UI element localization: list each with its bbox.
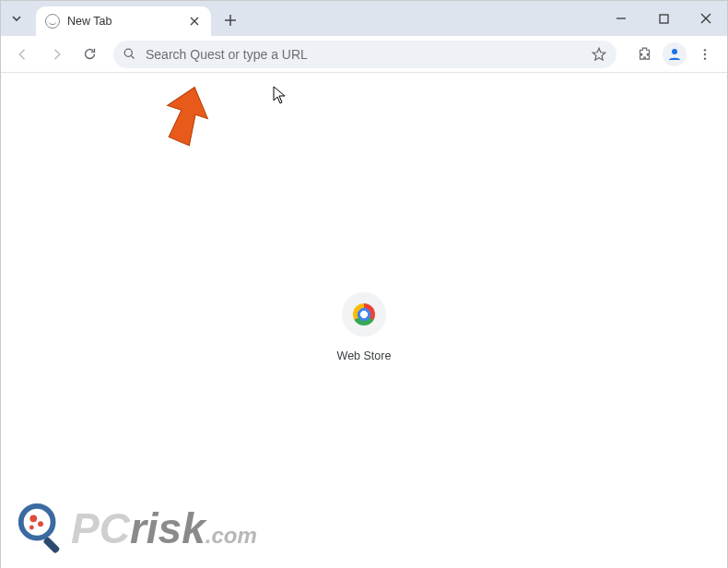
- reload-icon: [82, 46, 98, 62]
- svg-point-4: [704, 53, 706, 54]
- svg-rect-0: [660, 15, 668, 23]
- watermark: PCrisk.com: [14, 501, 347, 556]
- browser-window: New Tab: [0, 0, 728, 568]
- tab-close-button[interactable]: [187, 14, 202, 29]
- nav-forward-button[interactable]: [41, 40, 71, 69]
- profile-icon: [666, 46, 683, 63]
- omnibox-input[interactable]: [146, 47, 581, 62]
- chrome-logo-icon: [353, 303, 375, 325]
- plus-icon: [224, 14, 237, 27]
- minimize-icon: [616, 13, 627, 24]
- close-icon: [700, 13, 711, 24]
- magnifier-icon: [14, 501, 69, 556]
- new-tab-button[interactable]: [217, 6, 244, 34]
- svg-point-5: [704, 57, 706, 59]
- svg-point-1: [124, 49, 132, 56]
- svg-point-9: [38, 521, 43, 527]
- reload-button[interactable]: [75, 40, 104, 69]
- bookmark-button[interactable]: [591, 46, 607, 63]
- maximize-icon: [659, 14, 669, 24]
- address-bar[interactable]: [113, 41, 616, 68]
- watermark-tld: .com: [205, 523, 257, 548]
- search-icon: [123, 47, 136, 61]
- svg-rect-7: [42, 537, 60, 554]
- minimize-button[interactable]: [600, 1, 642, 36]
- tab-title: New Tab: [67, 15, 112, 28]
- toolbar-actions: [629, 40, 720, 69]
- toolbar: [1, 36, 727, 73]
- arrow-right-icon: [48, 46, 65, 63]
- tab-search-dropdown[interactable]: [1, 1, 32, 36]
- watermark-pc: PC: [71, 504, 131, 552]
- svg-point-8: [29, 515, 37, 522]
- shortcut-label: Web Store: [313, 349, 415, 362]
- menu-button[interactable]: [690, 40, 720, 69]
- extensions-icon: [637, 46, 652, 62]
- shortcut-tile: [342, 292, 386, 337]
- nav-back-button[interactable]: [8, 40, 38, 69]
- chevron-down-icon: [11, 13, 22, 24]
- maximize-button[interactable]: [642, 1, 685, 36]
- watermark-text: PCrisk.com: [71, 503, 347, 554]
- extensions-button[interactable]: [629, 40, 659, 69]
- profile-button[interactable]: [663, 42, 687, 66]
- close-window-button[interactable]: [685, 1, 727, 36]
- annotation-arrow: [158, 84, 213, 148]
- cursor-icon: [273, 86, 286, 104]
- page-content: Web Store PCrisk.com: [1, 73, 727, 568]
- active-tab[interactable]: New Tab: [36, 6, 211, 36]
- close-icon: [190, 17, 199, 26]
- kebab-menu-icon: [698, 47, 712, 62]
- titlebar: New Tab: [1, 1, 727, 36]
- shortcut-web-store[interactable]: Web Store: [313, 292, 415, 362]
- svg-point-6: [21, 506, 53, 538]
- svg-point-3: [704, 49, 706, 51]
- svg-text:PCrisk.com: PCrisk.com: [71, 504, 257, 552]
- svg-point-2: [672, 49, 677, 54]
- globe-icon: [45, 14, 60, 29]
- arrow-left-icon: [15, 46, 31, 63]
- window-controls: [600, 1, 727, 36]
- svg-point-10: [29, 526, 34, 530]
- star-icon: [591, 46, 607, 63]
- watermark-risk: risk: [130, 504, 207, 552]
